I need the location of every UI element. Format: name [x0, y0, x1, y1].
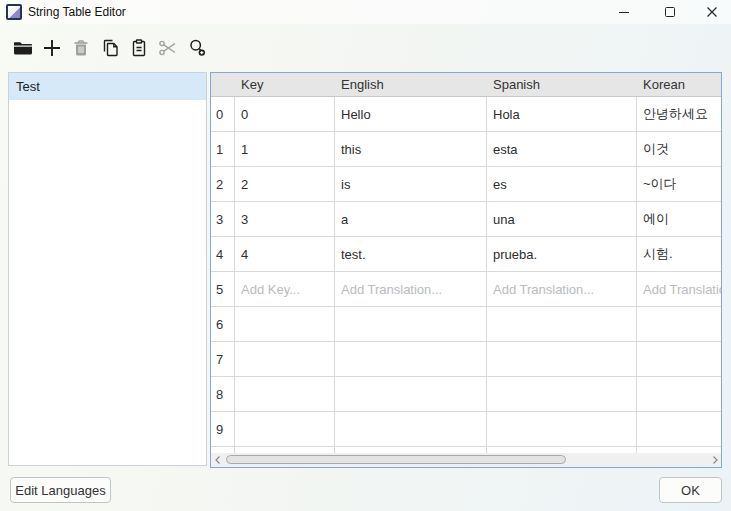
- column-header-key[interactable]: Key: [235, 73, 335, 96]
- plus-icon: [42, 38, 62, 58]
- table-cell[interactable]: this: [335, 132, 487, 166]
- table-cell[interactable]: Hello: [335, 97, 487, 131]
- table-cell[interactable]: Add Translation...: [637, 272, 722, 306]
- scrollbar-thumb[interactable]: [226, 455, 566, 464]
- ok-button[interactable]: OK: [659, 477, 722, 503]
- table-cell[interactable]: 3: [235, 202, 335, 236]
- string-table-list-item-test[interactable]: Test: [9, 73, 206, 100]
- row-header[interactable]: 3: [211, 202, 235, 236]
- toolbar: [13, 36, 207, 60]
- table-cell[interactable]: 0: [235, 97, 335, 131]
- row-header[interactable]: 4: [211, 237, 235, 271]
- table-row: 6: [211, 307, 722, 342]
- row-header[interactable]: 7: [211, 342, 235, 376]
- table-corner-cell[interactable]: [211, 73, 235, 96]
- table-cell[interactable]: [335, 342, 487, 376]
- table-cell[interactable]: [487, 412, 637, 446]
- table-cell[interactable]: [235, 342, 335, 376]
- row-header[interactable]: 2: [211, 167, 235, 201]
- table-cell[interactable]: ~이다: [637, 167, 722, 201]
- close-button[interactable]: [693, 0, 731, 26]
- table-cell[interactable]: [487, 342, 637, 376]
- chevron-right-icon: [711, 451, 719, 468]
- table-header-row: KeyEnglishSpanishKorean: [211, 73, 722, 97]
- table-cell[interactable]: [487, 307, 637, 341]
- table-cell[interactable]: Add Translation...: [487, 272, 637, 306]
- table-cell[interactable]: 이것: [637, 132, 722, 166]
- maximize-button[interactable]: [647, 0, 693, 26]
- table-cell[interactable]: [235, 377, 335, 411]
- row-header[interactable]: 9: [211, 412, 235, 446]
- title-bar: String Table Editor: [0, 0, 731, 24]
- table-cell[interactable]: es: [487, 167, 637, 201]
- column-header-korean[interactable]: Korean: [637, 73, 722, 96]
- table-cell[interactable]: prueba.: [487, 237, 637, 271]
- table-row: 44test.prueba.시험.: [211, 237, 722, 272]
- table-cell[interactable]: 2: [235, 167, 335, 201]
- minimize-button[interactable]: [601, 0, 647, 26]
- minimize-icon: [618, 4, 630, 22]
- add-button[interactable]: [42, 36, 62, 60]
- table-row: 7: [211, 342, 722, 377]
- table-cell[interactable]: Add Translation...: [335, 272, 487, 306]
- table-cell[interactable]: [335, 377, 487, 411]
- copy-button[interactable]: [100, 36, 120, 60]
- paste-icon: [129, 38, 149, 58]
- string-table: KeyEnglishSpanishKorean 00HelloHola안녕하세요…: [210, 72, 722, 468]
- scissors-icon: [158, 38, 178, 58]
- row-header[interactable]: 8: [211, 377, 235, 411]
- row-header[interactable]: 1: [211, 132, 235, 166]
- table-cell[interactable]: a: [335, 202, 487, 236]
- table-cell[interactable]: esta: [487, 132, 637, 166]
- table-row: 8: [211, 377, 722, 412]
- close-icon: [706, 4, 718, 22]
- table-cell[interactable]: [487, 377, 637, 411]
- table-cell[interactable]: 에이: [637, 202, 722, 236]
- table-cell[interactable]: [637, 342, 722, 376]
- find-add-button[interactable]: [187, 36, 207, 60]
- table-cell[interactable]: [637, 377, 722, 411]
- table-cell[interactable]: is: [335, 167, 487, 201]
- string-table-list: Test: [8, 72, 207, 466]
- chevron-left-icon: [214, 451, 222, 468]
- scroll-left-button[interactable]: [211, 453, 224, 467]
- table-cell[interactable]: una: [487, 202, 637, 236]
- table-cell[interactable]: [235, 412, 335, 446]
- table-cell[interactable]: 1: [235, 132, 335, 166]
- table-cell[interactable]: 시험.: [637, 237, 722, 271]
- table-cell[interactable]: Add Key...: [235, 272, 335, 306]
- app-icon: [6, 4, 22, 20]
- table-cell[interactable]: [637, 412, 722, 446]
- table-cell[interactable]: [235, 307, 335, 341]
- ok-label: OK: [681, 483, 700, 498]
- edit-languages-button[interactable]: Edit Languages: [10, 477, 111, 503]
- folder-icon: [13, 38, 33, 58]
- scrollbar-track[interactable]: [224, 453, 708, 467]
- table-cell[interactable]: [335, 412, 487, 446]
- table-cell[interactable]: test.: [335, 237, 487, 271]
- row-header[interactable]: 6: [211, 307, 235, 341]
- table-cell[interactable]: 4: [235, 237, 335, 271]
- row-header[interactable]: 5: [211, 272, 235, 306]
- table-cell[interactable]: [637, 307, 722, 341]
- window-title: String Table Editor: [28, 5, 126, 19]
- table-row: 00HelloHola안녕하세요: [211, 97, 722, 132]
- table-row: 5Add Key...Add Translation...Add Transla…: [211, 272, 722, 307]
- open-button[interactable]: [13, 36, 33, 60]
- table-row: 22ises~이다: [211, 167, 722, 202]
- scroll-right-button[interactable]: [708, 453, 721, 467]
- copy-icon: [100, 38, 120, 58]
- maximize-icon: [664, 4, 676, 22]
- paste-button[interactable]: [129, 36, 149, 60]
- list-item-label: Test: [16, 79, 40, 94]
- row-header[interactable]: 0: [211, 97, 235, 131]
- delete-button[interactable]: [71, 36, 91, 60]
- horizontal-scrollbar[interactable]: [211, 453, 721, 467]
- table-cell[interactable]: 안녕하세요: [637, 97, 722, 131]
- cut-button[interactable]: [158, 36, 178, 60]
- table-cell[interactable]: Hola: [487, 97, 637, 131]
- column-header-english[interactable]: English: [335, 73, 487, 96]
- column-header-spanish[interactable]: Spanish: [487, 73, 637, 96]
- table-cell[interactable]: [335, 307, 487, 341]
- table-body: 00HelloHola안녕하세요11thisesta이것22ises~이다33a…: [211, 97, 722, 468]
